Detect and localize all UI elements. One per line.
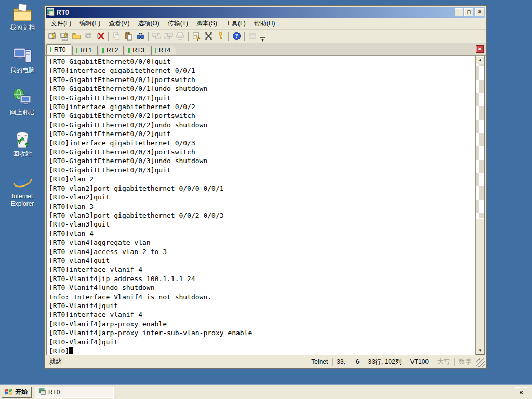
terminal-line: [RT0-GigabitEthernet0/0/1]quit (49, 94, 475, 102)
desktop-icon-label: 回收站 (2, 150, 43, 157)
taskbar-collapse-button[interactable]: « (515, 387, 527, 397)
tab-bar: RT0RT1RT2RT3RT4× (45, 43, 486, 56)
tab-status-led-icon (102, 48, 104, 53)
session-options-icon[interactable] (191, 31, 203, 42)
svg-text:?: ? (235, 33, 238, 39)
terminal-line: Info: Interface Vlanif4 is not shutdown. (49, 292, 475, 301)
tab-rt4[interactable]: RT4 (151, 46, 176, 55)
my-documents-icon (12, 3, 33, 23)
terminal-line: [RT0-vlan2]port gigabitethernet 0/0/0 0/… (49, 184, 475, 193)
tab-status-led-icon (128, 48, 130, 53)
app-window: RT0 _ □ × 文件(F)编辑(E)查看(V)选项(O)传输(T)脚本(S)… (44, 5, 487, 369)
terminal-line: [RT0-vlan4]aggregate-vlan (49, 238, 475, 247)
menu-file[interactable]: 文件(F) (47, 18, 75, 30)
disconnect-icon[interactable] (95, 31, 107, 42)
tab-label: RT1 (80, 47, 91, 54)
svg-text:e: e (18, 172, 25, 191)
app-window-icon (247, 31, 259, 42)
transfer-send-icon (151, 31, 163, 42)
toolbar: ?▼ (45, 30, 486, 43)
toolbar-separator (188, 32, 189, 41)
tab-rt0[interactable]: RT0 (46, 44, 71, 55)
taskbar: 开始 RT0 « (0, 384, 532, 399)
keymap-icon[interactable] (203, 31, 215, 42)
network-places-icon (12, 87, 33, 108)
status-caps-indicator: 大写 (433, 358, 454, 366)
menu-transfer[interactable]: 传输(T) (164, 18, 192, 30)
desktop-icon-my-computer[interactable]: 我的电脑 (2, 45, 43, 74)
terminal-line: [RT0-vlan4]access-vlan 2 to 3 (49, 247, 475, 256)
terminal-line: [RT0-GigabitEthernet0/0/1]undo shutdown (49, 84, 475, 93)
desktop-icon-recycle-bin[interactable]: 回收站 (2, 129, 43, 157)
terminal-line: [RT0] (49, 347, 475, 355)
menu-options[interactable]: 选项(O) (134, 18, 163, 30)
toolbar-overflow-icon[interactable]: ▼ (260, 37, 265, 42)
status-protocol: Telnet (307, 358, 332, 366)
close-button[interactable]: × (475, 8, 484, 16)
quick-connect-icon[interactable] (47, 31, 59, 42)
print-icon (175, 31, 187, 42)
help-icon[interactable]: ? (231, 31, 243, 42)
status-num-indicator: 数字 (454, 358, 475, 366)
terminal-screen[interactable]: [RT0-GigabitEthernet0/0/0]quit[RT0]inter… (47, 56, 475, 355)
scrollbar-thumb[interactable] (476, 218, 484, 348)
status-emulation: VT100 (406, 358, 433, 366)
menu-script[interactable]: 脚本(S) (192, 18, 221, 30)
tab-rt3[interactable]: RT3 (125, 46, 150, 55)
connect-icon[interactable] (71, 31, 83, 42)
desktop-icon-label: 我的文档 (2, 24, 43, 31)
desktop-icon-my-documents[interactable]: 我的文档 (2, 3, 43, 31)
resize-grip-icon[interactable] (476, 358, 485, 367)
key-icon[interactable] (215, 31, 227, 42)
scroll-up-icon[interactable]: ▲ (476, 56, 484, 64)
menu-view[interactable]: 查看(V) (104, 18, 134, 30)
tab-close-icon[interactable]: × (476, 45, 484, 53)
terminal-line: [RT0-vlan2]quit (49, 193, 475, 202)
tab-status-led-icon (76, 48, 77, 53)
terminal-line: [RT0]interface vlanif 4 (49, 265, 475, 274)
tab-status-led-icon (155, 48, 156, 53)
terminal-area[interactable]: [RT0-GigabitEthernet0/0/0]quit[RT0]inter… (46, 56, 485, 355)
menu-edit[interactable]: 编辑(E) (75, 18, 104, 30)
tab-label: RT0 (54, 46, 65, 54)
terminal-line: [RT0-vlan3]quit (49, 220, 475, 229)
taskbar-task-rt0[interactable]: RT0 (35, 387, 114, 398)
start-button[interactable]: 开始 (2, 387, 32, 398)
terminal-line: [RT0-GigabitEthernet0/0/1]portswitch (49, 75, 475, 84)
app-icon (38, 388, 46, 396)
recycle-bin-icon (12, 129, 33, 150)
paste-icon[interactable] (123, 31, 135, 42)
app-icon (47, 8, 55, 16)
desktop-icon-internet-explorer[interactable]: eInternet Explorer (2, 171, 43, 207)
windows-logo-icon (4, 388, 14, 397)
tab-label: RT3 (132, 47, 144, 54)
terminal-line: [RT0]vlan 4 (49, 229, 475, 238)
status-terminal-size: 33行, 102列 (364, 358, 406, 366)
terminal-line: [RT0]interface vlanif 4 (49, 310, 475, 319)
title-bar[interactable]: RT0 _ □ × (46, 7, 485, 18)
status-message: 就绪 (46, 357, 307, 366)
status-bar: 就绪 Telnet 33, 6 33行, 102列 VT100 大写 数字 (46, 356, 485, 367)
toolbar-separator (108, 32, 109, 41)
terminal-line: [RT0-GigabitEthernet0/0/3]quit (49, 166, 475, 175)
terminal-line: [RT0-GigabitEthernet0/0/2]quit (49, 129, 475, 138)
tab-rt2[interactable]: RT2 (99, 46, 124, 55)
terminal-line: [RT0-Vlanif4]arp-proxy inter-sub-vlan-pr… (49, 328, 475, 337)
minimize-button[interactable]: _ (455, 8, 463, 16)
desktop-icon-network-places[interactable]: 网上邻居 (2, 87, 43, 116)
menu-help[interactable]: 帮助(H) (250, 18, 280, 30)
scrollbar[interactable]: ▲ ▼ (475, 56, 484, 355)
copy-icon (111, 31, 123, 42)
maximize-button[interactable]: □ (464, 8, 473, 16)
connect-in-tab-icon[interactable] (59, 31, 71, 42)
terminal-line: [RT0]interface gigabitethernet 0/0/3 (49, 139, 475, 148)
find-icon[interactable] (135, 31, 147, 42)
window-title: RT0 (57, 9, 454, 16)
my-computer-icon (12, 45, 33, 66)
terminal-line: [RT0-vlan4]quit (49, 256, 475, 265)
tab-status-led-icon (50, 47, 51, 52)
menu-tools[interactable]: 工具(L) (221, 18, 250, 30)
scroll-down-icon[interactable]: ▼ (476, 347, 484, 355)
tab-rt1[interactable]: RT1 (72, 46, 97, 55)
terminal-line: [RT0-Vlanif4]arp-proxy enable (49, 320, 475, 328)
